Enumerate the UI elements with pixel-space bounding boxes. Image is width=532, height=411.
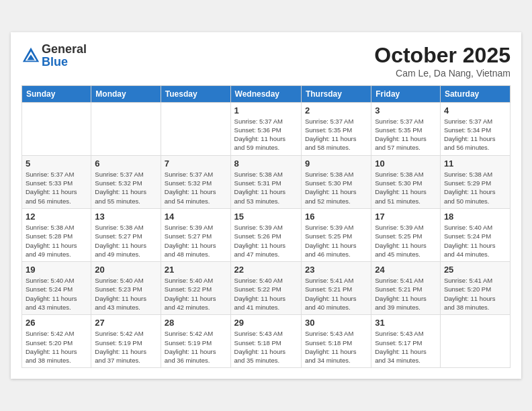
sunset-label: Sunset: 5:27 PM (95, 232, 142, 240)
sunrise-label: Sunrise: 5:42 AM (165, 330, 213, 337)
daylight-label: Daylight: 11 hours and 49 minutes. (95, 242, 146, 258)
calendar-week-row: 19 Sunrise: 5:40 AM Sunset: 5:24 PM Dayl… (22, 262, 511, 315)
daylight-label: Daylight: 11 hours and 43 minutes. (26, 295, 77, 311)
sunrise-label: Sunrise: 5:40 AM (26, 277, 74, 284)
sunset-label: Sunset: 5:21 PM (375, 285, 422, 293)
weekday-row: SundayMondayTuesdayWednesdayThursdayFrid… (22, 85, 511, 102)
sunset-label: Sunset: 5:33 PM (26, 179, 73, 187)
daylight-label: Daylight: 11 hours and 37 minutes. (95, 348, 146, 364)
sunset-label: Sunset: 5:36 PM (234, 126, 281, 134)
sunset-label: Sunset: 5:23 PM (95, 285, 142, 293)
day-info: Sunrise: 5:38 AM Sunset: 5:31 PM Dayligh… (234, 170, 298, 205)
sunrise-label: Sunrise: 5:37 AM (305, 118, 353, 125)
sunrise-label: Sunrise: 5:38 AM (444, 171, 492, 178)
day-number: 13 (95, 212, 157, 222)
daylight-label: Daylight: 11 hours and 34 minutes. (305, 348, 357, 364)
sunset-label: Sunset: 5:30 PM (375, 179, 422, 187)
calendar-grid: SundayMondayTuesdayWednesdayThursdayFrid… (21, 85, 511, 369)
calendar-cell: 15 Sunrise: 5:39 AM Sunset: 5:26 PM Dayl… (230, 208, 301, 261)
day-info: Sunrise: 5:41 AM Sunset: 5:21 PM Dayligh… (305, 276, 367, 312)
calendar-cell: 20 Sunrise: 5:40 AM Sunset: 5:23 PM Dayl… (91, 262, 161, 315)
daylight-label: Daylight: 11 hours and 53 minutes. (234, 188, 286, 204)
day-info: Sunrise: 5:38 AM Sunset: 5:30 PM Dayligh… (305, 170, 367, 205)
calendar-cell: 5 Sunrise: 5:37 AM Sunset: 5:33 PM Dayli… (22, 155, 91, 208)
day-info: Sunrise: 5:42 AM Sunset: 5:19 PM Dayligh… (95, 329, 157, 365)
sunrise-label: Sunrise: 5:37 AM (444, 118, 492, 125)
day-number: 31 (375, 318, 437, 328)
sunset-label: Sunset: 5:32 PM (165, 179, 212, 187)
day-info: Sunrise: 5:37 AM Sunset: 5:32 PM Dayligh… (95, 170, 157, 205)
calendar-cell: 7 Sunrise: 5:37 AM Sunset: 5:32 PM Dayli… (161, 155, 230, 208)
calendar-cell: 26 Sunrise: 5:42 AM Sunset: 5:20 PM Dayl… (22, 315, 91, 368)
day-number: 25 (444, 265, 506, 275)
sunrise-label: Sunrise: 5:43 AM (375, 330, 423, 337)
day-number: 18 (444, 212, 506, 222)
sunrise-label: Sunrise: 5:38 AM (305, 171, 353, 178)
sunrise-label: Sunrise: 5:39 AM (375, 224, 423, 231)
calendar-cell: 1 Sunrise: 5:37 AM Sunset: 5:36 PM Dayli… (230, 102, 301, 155)
day-number: 28 (165, 318, 227, 328)
calendar-cell (440, 315, 510, 368)
weekday-header: Wednesday (230, 85, 301, 102)
daylight-label: Daylight: 11 hours and 56 minutes. (444, 135, 496, 151)
day-info: Sunrise: 5:37 AM Sunset: 5:35 PM Dayligh… (375, 117, 437, 152)
calendar-cell: 18 Sunrise: 5:40 AM Sunset: 5:24 PM Dayl… (440, 208, 510, 261)
day-info: Sunrise: 5:37 AM Sunset: 5:36 PM Dayligh… (234, 117, 298, 152)
calendar-cell: 13 Sunrise: 5:38 AM Sunset: 5:27 PM Dayl… (91, 208, 161, 261)
sunrise-label: Sunrise: 5:37 AM (26, 171, 74, 178)
weekday-header: Tuesday (161, 85, 230, 102)
sunrise-label: Sunrise: 5:38 AM (375, 171, 423, 178)
calendar-cell: 29 Sunrise: 5:43 AM Sunset: 5:18 PM Dayl… (230, 315, 301, 368)
sunset-label: Sunset: 5:20 PM (444, 285, 491, 293)
sunset-label: Sunset: 5:24 PM (26, 285, 73, 293)
day-info: Sunrise: 5:40 AM Sunset: 5:23 PM Dayligh… (95, 276, 157, 312)
weekday-header: Saturday (440, 85, 510, 102)
daylight-label: Daylight: 11 hours and 49 minutes. (26, 242, 77, 258)
sunset-label: Sunset: 5:18 PM (305, 339, 352, 347)
daylight-label: Daylight: 11 hours and 51 minutes. (375, 188, 427, 204)
daylight-label: Daylight: 11 hours and 41 minutes. (234, 295, 286, 311)
calendar-cell: 23 Sunrise: 5:41 AM Sunset: 5:21 PM Dayl… (301, 262, 371, 315)
day-info: Sunrise: 5:43 AM Sunset: 5:18 PM Dayligh… (305, 329, 367, 365)
calendar-cell: 27 Sunrise: 5:42 AM Sunset: 5:19 PM Dayl… (91, 315, 161, 368)
calendar-cell (22, 102, 91, 155)
day-info: Sunrise: 5:42 AM Sunset: 5:20 PM Dayligh… (26, 329, 87, 365)
sunset-label: Sunset: 5:22 PM (234, 285, 281, 293)
day-number: 7 (165, 158, 227, 169)
calendar-cell: 4 Sunrise: 5:37 AM Sunset: 5:34 PM Dayli… (440, 102, 510, 155)
day-number: 15 (234, 212, 298, 222)
calendar-cell: 16 Sunrise: 5:39 AM Sunset: 5:25 PM Dayl… (301, 208, 371, 261)
daylight-label: Daylight: 11 hours and 42 minutes. (165, 295, 216, 311)
calendar-cell: 21 Sunrise: 5:40 AM Sunset: 5:22 PM Dayl… (161, 262, 230, 315)
calendar-cell: 19 Sunrise: 5:40 AM Sunset: 5:24 PM Dayl… (22, 262, 91, 315)
day-number: 19 (26, 265, 87, 275)
daylight-label: Daylight: 11 hours and 44 minutes. (444, 242, 496, 258)
day-number: 14 (165, 212, 227, 222)
day-info: Sunrise: 5:37 AM Sunset: 5:32 PM Dayligh… (165, 170, 227, 205)
logo-icon (21, 46, 40, 65)
sunrise-label: Sunrise: 5:38 AM (26, 224, 74, 231)
day-info: Sunrise: 5:38 AM Sunset: 5:30 PM Dayligh… (375, 170, 437, 205)
calendar-header: SundayMondayTuesdayWednesdayThursdayFrid… (22, 85, 511, 102)
calendar-cell: 11 Sunrise: 5:38 AM Sunset: 5:29 PM Dayl… (440, 155, 510, 208)
sunrise-label: Sunrise: 5:40 AM (165, 277, 213, 284)
sunrise-label: Sunrise: 5:40 AM (234, 277, 283, 284)
daylight-label: Daylight: 11 hours and 46 minutes. (305, 242, 357, 258)
sunrise-label: Sunrise: 5:43 AM (305, 330, 353, 337)
day-number: 8 (234, 158, 298, 169)
sunset-label: Sunset: 5:17 PM (375, 339, 422, 347)
sunset-label: Sunset: 5:27 PM (165, 232, 212, 240)
daylight-label: Daylight: 11 hours and 55 minutes. (95, 188, 146, 204)
day-info: Sunrise: 5:43 AM Sunset: 5:18 PM Dayligh… (234, 329, 298, 365)
sunrise-label: Sunrise: 5:38 AM (95, 224, 143, 231)
sunset-label: Sunset: 5:22 PM (165, 285, 212, 293)
day-info: Sunrise: 5:37 AM Sunset: 5:33 PM Dayligh… (26, 170, 87, 205)
day-info: Sunrise: 5:40 AM Sunset: 5:24 PM Dayligh… (444, 223, 506, 259)
calendar-cell: 14 Sunrise: 5:39 AM Sunset: 5:27 PM Dayl… (161, 208, 230, 261)
sunrise-label: Sunrise: 5:43 AM (234, 330, 283, 337)
sunset-label: Sunset: 5:31 PM (234, 179, 281, 187)
sunrise-label: Sunrise: 5:37 AM (165, 171, 213, 178)
day-info: Sunrise: 5:39 AM Sunset: 5:26 PM Dayligh… (234, 223, 298, 259)
calendar-week-row: 1 Sunrise: 5:37 AM Sunset: 5:36 PM Dayli… (22, 102, 511, 155)
weekday-header: Friday (371, 85, 441, 102)
